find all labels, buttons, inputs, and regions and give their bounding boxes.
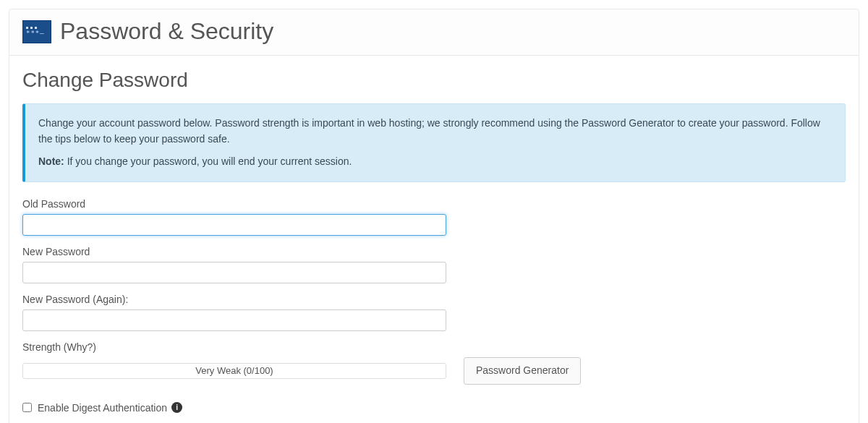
strength-meter: Very Weak (0/100)	[22, 363, 446, 379]
strength-label-prefix: Strength	[22, 341, 64, 353]
page-header: ***– Password & Security	[9, 9, 859, 56]
digest-auth-checkbox[interactable]	[22, 403, 32, 412]
new-password-input[interactable]	[22, 262, 446, 283]
old-password-group: Old Password	[22, 198, 846, 236]
new-password-label: New Password	[22, 246, 846, 257]
page-title: Password & Security	[60, 18, 273, 45]
new-password-again-input[interactable]	[22, 309, 446, 331]
old-password-label: Old Password	[22, 198, 846, 210]
callout-note-label: Note:	[38, 155, 64, 167]
password-generator-button[interactable]: Password Generator	[464, 357, 581, 385]
digest-auth-label: Enable Digest Authentication	[38, 402, 167, 414]
new-password-again-group: New Password (Again):	[22, 294, 846, 331]
strength-meter-text: Very Weak (0/100)	[195, 365, 273, 376]
info-callout: Change your account password below. Pass…	[22, 103, 846, 182]
new-password-again-label: New Password (Again):	[22, 294, 846, 305]
digest-auth-row: Enable Digest Authentication i	[22, 402, 846, 414]
new-password-group: New Password	[22, 246, 846, 283]
content-area: Change Password Change your account pass…	[9, 56, 859, 423]
strength-why-link[interactable]: (Why?)	[64, 341, 96, 353]
strength-group: Strength (Why?) Very Weak (0/100) Passwo…	[22, 341, 846, 385]
callout-intro-text: Change your account password below. Pass…	[38, 116, 832, 147]
old-password-input[interactable]	[22, 214, 446, 236]
info-icon[interactable]: i	[171, 402, 182, 413]
password-security-icon: ***–	[22, 20, 51, 43]
strength-label: Strength (Why?)	[22, 341, 846, 353]
callout-note-text: If you change your password, you will en…	[64, 155, 352, 167]
callout-note: Note: If you change your password, you w…	[38, 154, 832, 170]
section-title: Change Password	[22, 69, 846, 92]
